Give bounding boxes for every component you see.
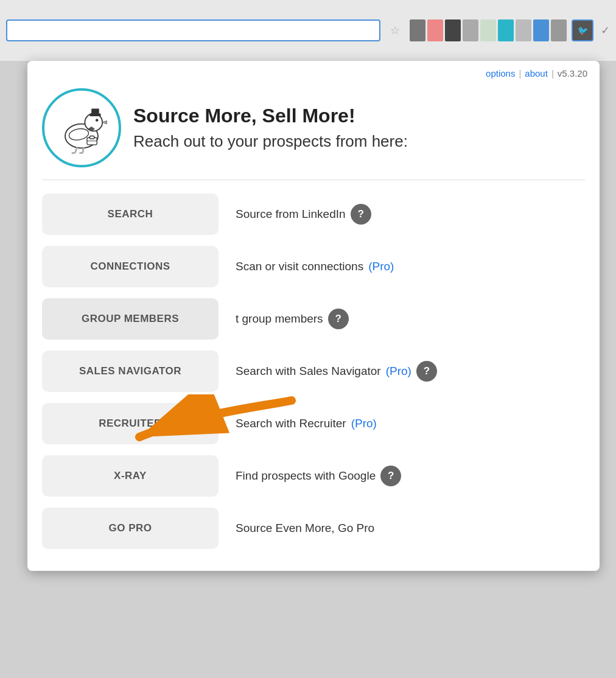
menu-row-sales-navigator: SALES NAVIGATOR Search with Sales Naviga…	[42, 349, 585, 393]
go-pro-desc-text: Source Even More, Go Pro	[236, 522, 374, 535]
star-icon[interactable]: ☆	[390, 24, 400, 37]
recruiter-desc-text: Search with Recruiter	[236, 417, 346, 430]
menu-row-search: SEARCH Source from LinkedIn ?	[42, 192, 585, 236]
search-button[interactable]: SEARCH	[42, 194, 219, 235]
sales-navigator-help-icon[interactable]: ?	[416, 361, 437, 382]
popup-topbar: options | about | v5.3.20	[27, 61, 600, 82]
connections-description: Scan or visit connections (Pro)	[236, 260, 394, 273]
swatch	[463, 19, 478, 41]
connections-pro-link[interactable]: (Pro)	[368, 260, 394, 273]
sales-navigator-pro-link[interactable]: (Pro)	[386, 365, 411, 378]
recruiter-description: Search with Recruiter (Pro)	[236, 417, 377, 430]
menu-row-recruiter: RECRUITER Search with Recruiter (Pro)	[42, 402, 585, 446]
extension-popup: options | about | v5.3.20	[27, 61, 600, 571]
sales-navigator-desc-text: Search with Sales Navigator	[236, 365, 381, 378]
group-members-description: t group members ?	[236, 309, 349, 329]
logo-circle	[42, 88, 121, 167]
svg-rect-10	[90, 136, 94, 139]
main-title: Source More, Sell More!	[133, 105, 408, 127]
swatch	[410, 19, 425, 41]
connections-button[interactable]: CONNECTIONS	[42, 246, 219, 287]
go-pro-description: Source Even More, Go Pro	[236, 522, 374, 535]
go-pro-button[interactable]: GO PRO	[42, 508, 219, 549]
topbar-divider: |	[519, 68, 521, 79]
menu-row-connections: CONNECTIONS Scan or visit connections (P…	[42, 245, 585, 288]
recruiter-button-label: RECRUITER	[99, 418, 162, 430]
swatch	[480, 19, 496, 41]
version-text: v5.3.20	[558, 68, 587, 79]
svg-point-2	[96, 119, 99, 122]
checkmark-icon: ✓	[601, 24, 610, 37]
swatch	[551, 19, 567, 41]
topbar-divider2: |	[551, 68, 554, 79]
x-ray-help-icon[interactable]: ?	[380, 466, 401, 486]
options-link[interactable]: options	[486, 68, 515, 79]
search-description: Source from LinkedIn ?	[236, 204, 371, 225]
menu-row-x-ray: X-RAY Find prospects with Google ?	[42, 454, 585, 498]
connections-button-label: CONNECTIONS	[90, 260, 170, 273]
about-link[interactable]: about	[525, 68, 548, 79]
connections-desc-text: Scan or visit connections	[236, 260, 363, 273]
svg-line-5	[75, 147, 77, 153]
extension-icon[interactable]: 🐦	[572, 19, 593, 41]
swatch	[533, 19, 549, 41]
menu-row-group-members: GROUP MEMBERS t group members ?	[42, 297, 585, 341]
swatch	[498, 19, 514, 41]
search-desc-text: Source from LinkedIn	[236, 208, 346, 221]
recruiter-button[interactable]: RECRUITER	[42, 403, 219, 444]
swatch	[427, 19, 443, 41]
svg-rect-14	[91, 109, 99, 116]
menu-row-go-pro: GO PRO Source Even More, Go Pro	[42, 506, 585, 550]
x-ray-description: Find prospects with Google ?	[236, 466, 401, 486]
search-button-label: SEARCH	[108, 208, 153, 220]
swatch	[516, 19, 531, 41]
popup-content: SEARCH Source from LinkedIn ? CONNECTION…	[27, 180, 600, 571]
header-text: Source More, Sell More! Reach out to you…	[133, 105, 408, 151]
popup-header: Source More, Sell More! Reach out to you…	[27, 82, 600, 180]
sales-navigator-button[interactable]: SALES NAVIGATOR	[42, 351, 219, 392]
group-members-desc-text: t group members	[236, 312, 323, 326]
group-members-button[interactable]: GROUP MEMBERS	[42, 298, 219, 340]
color-swatches	[410, 19, 567, 41]
x-ray-desc-text: Find prospects with Google	[236, 469, 376, 483]
svg-marker-3	[102, 121, 107, 124]
group-members-help-icon[interactable]: ?	[328, 309, 349, 329]
x-ray-button-label: X-RAY	[114, 470, 147, 482]
recruiter-pro-link[interactable]: (Pro)	[351, 417, 377, 430]
swatch	[445, 19, 461, 41]
sales-navigator-description: Search with Sales Navigator (Pro) ?	[236, 361, 437, 382]
browser-bar: ☆ 🐦 ✓	[0, 0, 616, 61]
go-pro-button-label: GO PRO	[108, 522, 152, 534]
address-bar[interactable]	[6, 19, 380, 41]
svg-line-7	[83, 147, 84, 153]
x-ray-button[interactable]: X-RAY	[42, 455, 219, 497]
duck-logo	[54, 100, 109, 155]
sales-navigator-button-label: SALES NAVIGATOR	[79, 365, 181, 377]
search-help-icon[interactable]: ?	[351, 204, 371, 225]
main-subtitle: Reach out to your prospects from here:	[133, 132, 408, 151]
group-members-button-label: GROUP MEMBERS	[82, 313, 179, 325]
